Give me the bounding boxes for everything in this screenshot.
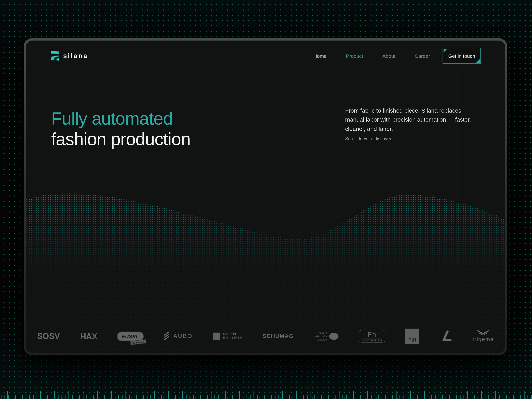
page-background: silana Home Product About Career Get in … [0,0,532,399]
hero-title-accent: Fully automated [51,108,190,129]
hero-title: Fully automated fashion production [51,108,190,149]
ie-logo-line2: ENGINEERING [222,336,243,339]
fh-logo-subtext: OBERÖSTERREICH [362,338,382,341]
partner-logo-aubo: AUBO [164,331,193,341]
aws-logo-text: austria wirtschafts service [314,331,327,342]
partner-logo-sosv: SOSV [37,331,60,341]
fh-logo-text: Fh [367,331,376,338]
ie-logo-text: INDUSTRI ENGINEERING [222,333,243,339]
partner-logo-aws: austria wirtschafts service aws [314,331,338,342]
ie-logo-icon: iE [213,333,220,340]
browser-window-frame: silana Home Product About Career Get in … [24,38,507,355]
corner-accent-top-left-icon [443,49,447,52]
corner-accent-bottom-right-icon [476,59,480,63]
fussl-logo-text: FUSSL [117,331,144,341]
partner-logo-hax: HAX [80,331,97,341]
ie-logo-line1: INDUSTRI [222,333,243,336]
schumag-logo-text: SCHUMAG [262,333,294,340]
aws-logo-line3: service [314,338,327,342]
aubo-chevrons-icon [164,331,171,341]
brand-name: silana [63,52,88,60]
get-in-touch-button[interactable]: Get in touch [443,48,481,64]
hero-description: From fabric to finished piece, Silana re… [345,106,472,134]
aws-logo-line1: austria [314,331,327,334]
bottom-ruler-ticks [0,386,532,399]
partner-logo-schumag: SCHUMAG [262,333,294,340]
scroll-hint: Scroll down to discover [345,136,391,141]
trigema-logo-text: trigema [473,336,494,343]
website-viewport: silana Home Product About Career Get in … [26,41,505,353]
loeffler-l-icon [439,330,453,343]
nav-item-product[interactable]: Product [346,53,363,59]
hero-title-main: fashion production [51,129,190,149]
partner-logo-strip: SOSV HAX FUSSL Modestraße [26,324,505,348]
silana-logo-icon [51,51,59,61]
main-nav: Home Product About Career [313,53,430,59]
partner-logo-fh-oberoesterreich: Fh OBERÖSTERREICH [359,330,385,343]
fill-logo-text: Fill [408,337,416,343]
sosv-logo-text: SOSV [37,331,60,341]
partner-logo-fussl: FUSSL Modestraße [117,331,144,341]
partner-logo-fill: Fill [405,329,419,344]
wave-dots-pattern [26,192,505,270]
hax-logo-text: HAX [80,331,97,341]
partner-logo-industri-engineering: iE INDUSTRI ENGINEERING [213,333,243,340]
aws-logo-line2: wirtschafts [314,334,327,338]
get-in-touch-label: Get in touch [448,53,475,59]
site-header: silana Home Product About Career Get in … [26,41,505,71]
partner-logo-trigema: trigema [473,330,494,343]
aubo-logo-text: AUBO [173,333,193,340]
partner-logo-loeffler [439,330,453,343]
ruler-tall-ticks [1,391,532,399]
header-right: Home Product About Career Get in touch [313,48,481,64]
trigema-wings-icon [477,330,489,335]
aws-badge-icon: aws [329,333,339,340]
brand-logo[interactable]: silana [51,51,88,61]
nav-item-home[interactable]: Home [313,53,327,59]
grid-tick-marks [481,163,482,175]
grid-tick-marks [275,163,276,175]
nav-item-career[interactable]: Career [415,53,430,59]
nav-item-about[interactable]: About [382,53,395,59]
